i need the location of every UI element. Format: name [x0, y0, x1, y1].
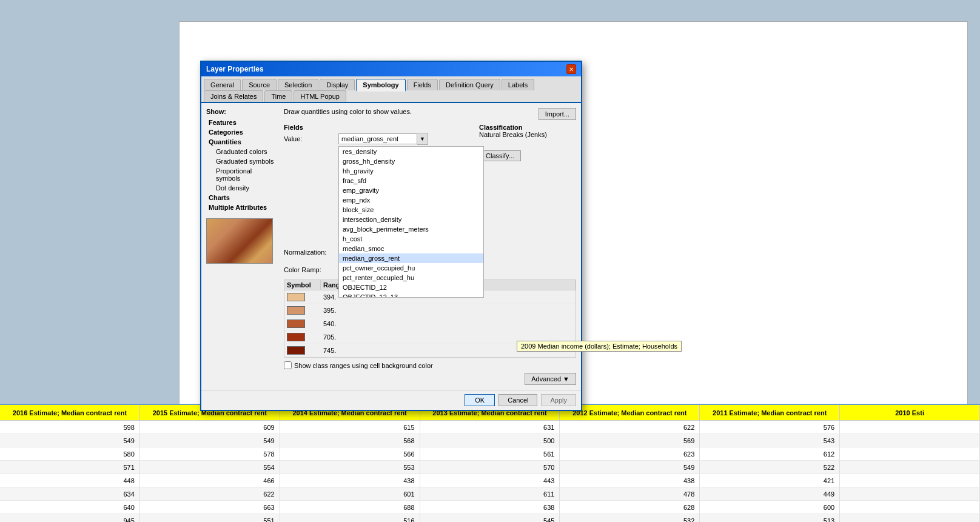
fields-label: Fields	[284, 124, 479, 131]
tab-source[interactable]: Source	[242, 79, 277, 90]
classification-label: Classification	[479, 124, 576, 131]
value-dropdown-arrow[interactable]: ▼	[417, 133, 428, 145]
dialog-tabs: General Source Selection Display Symbolo…	[201, 76, 581, 103]
dialog-title: Layer Properties	[206, 65, 264, 73]
color-ramp-label: Color Ramp:	[284, 266, 338, 273]
dialog-overlay: Layer Properties ✕ General Source Select…	[0, 0, 980, 522]
range-cell-2: 540.	[321, 320, 576, 328]
dropdown-item-6[interactable]: block_size	[339, 205, 483, 215]
color-swatch-3[interactable]	[287, 333, 305, 341]
show-graduated-symbols[interactable]: Graduated symbols	[206, 156, 279, 166]
sym-cell-0	[284, 292, 321, 302]
show-categories[interactable]: Categories	[206, 127, 279, 137]
value-input[interactable]	[338, 133, 417, 144]
value-dropdown-list[interactable]: res_densitygross_hh_densityhh_gravityfra…	[338, 146, 484, 298]
dropdown-item-1[interactable]: gross_hh_density	[339, 156, 483, 166]
value-label: Value:	[284, 135, 338, 142]
import-button[interactable]: Import...	[539, 108, 576, 120]
color-swatch-4[interactable]	[287, 346, 305, 355]
color-swatch-2[interactable]	[287, 320, 305, 328]
sym-cell-3	[284, 332, 321, 342]
tab-html-popup[interactable]: HTML Popup	[294, 90, 346, 102]
dropdown-item-13[interactable]: pct_renter_occupied_hu	[339, 273, 483, 283]
dropdown-item-11[interactable]: median_gross_rent	[339, 253, 483, 263]
draw-quantities-header: Draw quantities using color to show valu…	[284, 108, 412, 115]
tab-fields[interactable]: Fields	[407, 79, 438, 90]
show-features[interactable]: Features	[206, 118, 279, 127]
color-swatch-0[interactable]	[287, 293, 305, 301]
ok-button[interactable]: OK	[465, 394, 495, 406]
dropdown-item-12[interactable]: pct_owner_occupied_hu	[339, 263, 483, 273]
sym-cell-1	[284, 306, 321, 315]
dropdown-item-3[interactable]: frac_sfd	[339, 176, 483, 186]
tab-selection[interactable]: Selection	[278, 79, 318, 90]
dialog-titlebar: Layer Properties ✕	[201, 62, 581, 76]
symbol-col-header: Symbol	[284, 280, 321, 290]
tab-labels[interactable]: Labels	[502, 79, 534, 90]
show-dot-density[interactable]: Dot density	[206, 183, 279, 193]
tab-symbology[interactable]: Symbology	[356, 79, 405, 92]
advanced-button[interactable]: Advanced ▼	[525, 373, 576, 385]
sym-cell-2	[284, 319, 321, 329]
tab-general[interactable]: General	[204, 79, 241, 90]
show-quantities[interactable]: Quantities	[206, 137, 279, 147]
color-swatch-1[interactable]	[287, 306, 305, 315]
symbol-row-1: 395.	[284, 304, 576, 317]
dropdown-item-5[interactable]: emp_ndx	[339, 195, 483, 205]
dialog-button-row: OK Cancel Apply	[201, 390, 581, 410]
tooltip-box: 2009 Median income (dollars); Estimate; …	[517, 341, 682, 352]
left-panel: Show: Features Categories Quantities Gra…	[206, 108, 279, 385]
range-cell-3: 705.	[321, 333, 576, 341]
classify-button[interactable]: Classify...	[479, 150, 521, 161]
show-label: Show:	[206, 108, 279, 115]
cancel-button[interactable]: Cancel	[498, 394, 537, 406]
dropdown-item-10[interactable]: median_smoc	[339, 244, 483, 253]
dropdown-item-7[interactable]: intersection_density	[339, 215, 483, 224]
tab-joins-relates[interactable]: Joins & Relates	[204, 90, 263, 102]
dropdown-item-8[interactable]: avg_block_perimeter_meters	[339, 224, 483, 234]
dropdown-item-0[interactable]: res_density	[339, 147, 483, 156]
map-thumbnail	[206, 218, 273, 264]
close-button[interactable]: ✕	[566, 64, 576, 74]
classification-value: Natural Breaks (Jenks)	[479, 131, 576, 138]
show-proportional-symbols[interactable]: Proportional symbols	[206, 166, 279, 183]
apply-button[interactable]: Apply	[541, 394, 576, 406]
show-charts[interactable]: Charts	[206, 193, 279, 202]
dropdown-item-15[interactable]: OBJECTID_12_13	[339, 292, 483, 298]
show-class-ranges-checkbox[interactable]	[284, 361, 292, 369]
dropdown-item-14[interactable]: OBJECTID_12	[339, 283, 483, 292]
tab-definition-query[interactable]: Definition Query	[439, 79, 500, 90]
dropdown-item-2[interactable]: hh_gravity	[339, 166, 483, 176]
tab-time[interactable]: Time	[264, 90, 292, 102]
symbol-row-2: 540.	[284, 317, 576, 330]
sym-cell-4	[284, 346, 321, 355]
dropdown-item-4[interactable]: emp_gravity	[339, 186, 483, 195]
value-dropdown-container: ▼ res_densitygross_hh_densityhh_gravityf…	[338, 133, 428, 145]
show-graduated-colors[interactable]: Graduated colors	[206, 147, 279, 156]
tab-display[interactable]: Display	[320, 79, 355, 90]
advanced-dropdown-icon: ▼	[563, 375, 569, 383]
dropdown-item-9[interactable]: h_cost	[339, 234, 483, 244]
show-class-ranges-label: Show class ranges using cell background …	[294, 362, 433, 369]
range-cell-1: 395.	[321, 306, 576, 315]
normalization-label: Normalization:	[284, 249, 338, 256]
show-multiple-attributes[interactable]: Multiple Attributes	[206, 202, 279, 212]
layer-properties-dialog: Layer Properties ✕ General Source Select…	[200, 61, 582, 411]
